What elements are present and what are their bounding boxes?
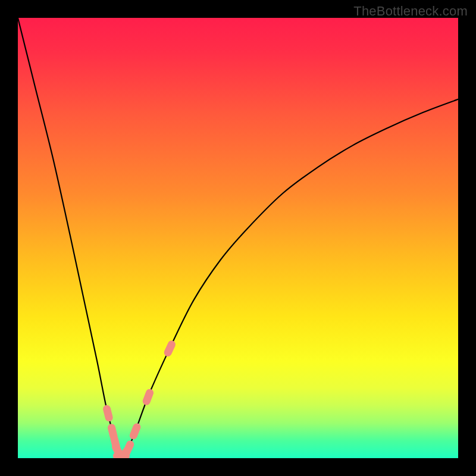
curve-path [18, 18, 458, 458]
curve-marker [129, 422, 142, 440]
chart-frame: TheBottleneck.com [0, 0, 476, 476]
curve-marker [121, 439, 136, 458]
watermark-text: TheBottleneck.com [353, 4, 468, 19]
bottleneck-curve [18, 18, 458, 458]
curve-marker [163, 339, 177, 358]
plot-area [18, 18, 458, 458]
curve-marker [142, 388, 155, 406]
curve-marker [102, 404, 114, 422]
